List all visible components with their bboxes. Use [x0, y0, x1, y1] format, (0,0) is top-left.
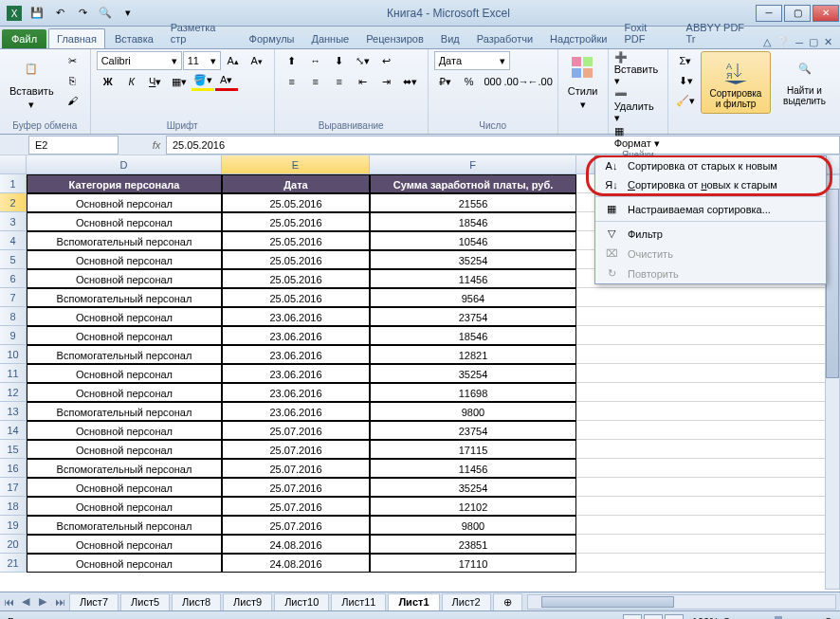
tab-addins[interactable]: Надстройки [542, 29, 614, 48]
cell-E19[interactable]: 25.07.2016 [222, 516, 370, 535]
italic-button[interactable]: К [120, 72, 143, 91]
col-header-E[interactable]: E [222, 155, 370, 174]
tab-insert[interactable]: Вставка [107, 29, 161, 48]
doc-minimize-icon[interactable]: ─ [795, 37, 803, 48]
zoom-in-icon[interactable]: ⊕ [824, 615, 832, 619]
col-header-D[interactable]: D [27, 155, 222, 174]
cell-F2[interactable]: 21556 [370, 193, 576, 212]
row-header-19[interactable]: 19 [0, 516, 27, 535]
prev-sheet-icon[interactable]: ◀ [17, 595, 34, 608]
row-header-21[interactable]: 21 [0, 554, 27, 573]
cell-D8[interactable]: Основной персонал [27, 307, 222, 326]
shrink-font-icon[interactable]: A▾ [246, 51, 268, 70]
header-date[interactable]: Дата [222, 174, 370, 193]
decrease-decimal-icon[interactable]: ←.00 [529, 72, 552, 91]
fill-icon[interactable]: ⬇▾ [674, 71, 697, 90]
preview-icon[interactable]: 🔍 [95, 3, 116, 24]
sheet-tab-Лист8[interactable]: Лист8 [172, 593, 221, 610]
cell-F3[interactable]: 18546 [370, 212, 576, 231]
sheet-tab-Лист9[interactable]: Лист9 [223, 593, 272, 610]
cell-F12[interactable]: 11698 [370, 383, 576, 402]
font-color-icon[interactable]: A▾ [215, 72, 238, 91]
cell-D13[interactable]: Вспомогательный персонал [27, 402, 222, 421]
next-sheet-icon[interactable]: ▶ [34, 595, 51, 608]
fill-color-icon[interactable]: 🪣▾ [192, 72, 214, 91]
cell-F5[interactable]: 35254 [370, 250, 576, 269]
align-left-icon[interactable]: ≡ [281, 72, 303, 91]
cell-F13[interactable]: 9800 [370, 402, 576, 421]
row-header-2[interactable]: 2 [0, 193, 27, 212]
bold-button[interactable]: Ж [97, 72, 119, 91]
doc-close-icon[interactable]: ✕ [824, 36, 832, 48]
cell-E6[interactable]: 25.05.2016 [222, 269, 370, 288]
new-sheet-button[interactable]: ⊕ [493, 593, 522, 610]
cell-F20[interactable]: 23851 [370, 535, 576, 554]
close-button[interactable]: ✕ [813, 5, 839, 22]
redo-icon[interactable]: ↷ [72, 3, 93, 24]
cell-D3[interactable]: Основной персонал [27, 212, 222, 231]
tab-foxit[interactable]: Foxit PDF [616, 18, 676, 48]
cell-D10[interactable]: Вспомогательный персонал [27, 345, 222, 364]
cell-E2[interactable]: 25.05.2016 [222, 193, 370, 212]
cell-E7[interactable]: 25.05.2016 [222, 288, 370, 307]
cell-D9[interactable]: Основной персонал [27, 326, 222, 345]
number-format-combo[interactable]: Дата▾ [434, 51, 510, 70]
sheet-tab-Лист10[interactable]: Лист10 [274, 593, 329, 610]
name-box[interactable]: E2 [28, 136, 119, 155]
sheet-tab-Лист7[interactable]: Лист7 [69, 593, 119, 610]
cell-D5[interactable]: Основной персонал [27, 250, 222, 269]
horizontal-scrollbar[interactable] [527, 594, 836, 610]
cell-F19[interactable]: 9800 [370, 516, 576, 535]
cell-D7[interactable]: Вспомогательный персонал [27, 288, 222, 307]
cell-E13[interactable]: 23.06.2016 [222, 402, 370, 421]
sort-newest-oldest[interactable]: Я↓ Сортировка от новых к старым [595, 175, 826, 194]
row-header-13[interactable]: 13 [0, 402, 27, 421]
cell-D17[interactable]: Основной персонал [27, 478, 222, 497]
orientation-icon[interactable]: ⤡▾ [352, 51, 374, 70]
find-select-button[interactable]: 🔍 Найти и выделить [775, 51, 834, 108]
row-header-5[interactable]: 5 [0, 250, 27, 269]
cell-D18[interactable]: Основной персонал [27, 497, 222, 516]
align-top-icon[interactable]: ⬆ [281, 51, 303, 70]
cell-E15[interactable]: 25.07.2016 [222, 440, 370, 459]
row-header-16[interactable]: 16 [0, 459, 27, 478]
cell-E21[interactable]: 24.08.2016 [222, 554, 370, 573]
row-header-12[interactable]: 12 [0, 383, 27, 402]
row-header-18[interactable]: 18 [0, 497, 27, 516]
maximize-button[interactable]: ▢ [784, 5, 811, 22]
tab-home[interactable]: Главная [48, 28, 105, 48]
tab-view[interactable]: Вид [433, 29, 467, 48]
cell-E18[interactable]: 25.07.2016 [222, 497, 370, 516]
cell-E12[interactable]: 23.06.2016 [222, 383, 370, 402]
grow-font-icon[interactable]: A▴ [222, 51, 245, 70]
row-header-17[interactable]: 17 [0, 478, 27, 497]
indent-increase-icon[interactable]: ⇥ [375, 72, 398, 91]
format-painter-icon[interactable]: 🖌 [62, 91, 84, 110]
cell-F11[interactable]: 35254 [370, 364, 576, 383]
cell-F6[interactable]: 11456 [370, 269, 576, 288]
page-layout-view-icon[interactable] [644, 614, 663, 620]
row-header-11[interactable]: 11 [0, 364, 27, 383]
cell-D20[interactable]: Основной персонал [27, 535, 222, 554]
save-icon[interactable]: 💾 [27, 3, 47, 24]
doc-restore-icon[interactable]: ▢ [809, 36, 818, 48]
cell-F21[interactable]: 17110 [370, 554, 576, 573]
cell-D6[interactable]: Основной персонал [27, 269, 222, 288]
delete-cells-button[interactable]: ➖ Удалить ▾ [614, 88, 662, 124]
col-header-F[interactable]: F [370, 155, 576, 174]
sheet-tab-Лист2[interactable]: Лист2 [442, 593, 491, 610]
cell-D19[interactable]: Вспомогательный персонал [27, 516, 222, 535]
copy-icon[interactable]: ⎘ [62, 71, 84, 90]
merge-icon[interactable]: ⬌▾ [399, 72, 422, 91]
tab-data[interactable]: Данные [303, 29, 356, 48]
tab-review[interactable]: Рецензиров [358, 29, 431, 48]
align-bottom-icon[interactable]: ⬇ [328, 51, 351, 70]
row-header-1[interactable]: 1 [0, 174, 27, 193]
page-break-view-icon[interactable] [665, 614, 684, 620]
wrap-text-icon[interactable]: ↩ [375, 51, 398, 70]
row-header-10[interactable]: 10 [0, 345, 27, 364]
clear-icon[interactable]: 🧹▾ [674, 91, 697, 110]
cell-E16[interactable]: 25.07.2016 [222, 459, 370, 478]
header-cat[interactable]: Категория персонала [27, 174, 222, 193]
cell-F16[interactable]: 11456 [370, 459, 576, 478]
